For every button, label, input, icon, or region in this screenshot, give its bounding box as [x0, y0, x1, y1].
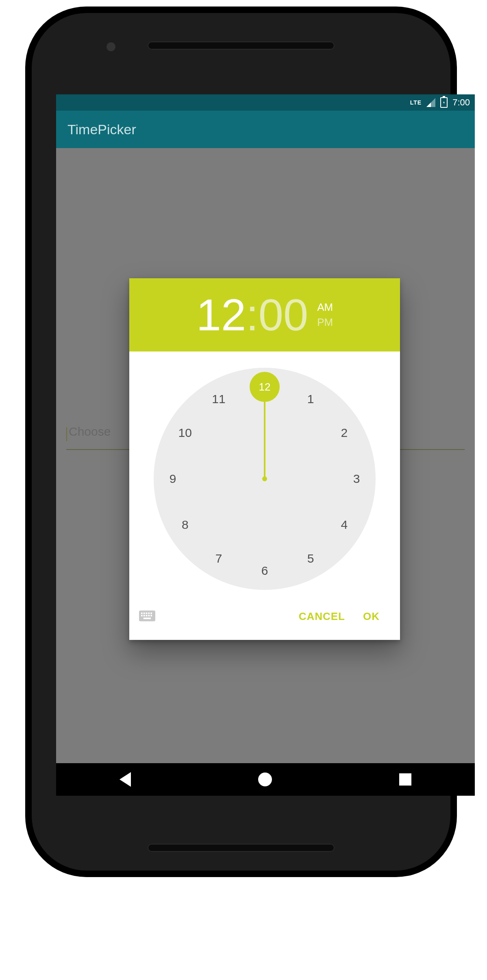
keyboard-icon[interactable] — [139, 610, 155, 624]
battery-charging-icon — [440, 97, 448, 108]
time-picker-dialog: 12 : 00 AM PM 12 — [129, 278, 400, 640]
time-colon: : — [246, 292, 259, 337]
nav-back-icon[interactable] — [120, 772, 131, 787]
am-option[interactable]: AM — [317, 301, 333, 314]
app-title: TimePicker — [67, 122, 136, 138]
cancel-button[interactable]: CANCEL — [290, 605, 354, 628]
front-camera — [107, 42, 115, 51]
keyboard-svg — [139, 610, 155, 622]
minute-display[interactable]: 00 — [259, 292, 308, 337]
status-time: 7:00 — [452, 97, 470, 108]
clock-center-dot — [262, 476, 267, 481]
bolt-icon — [442, 100, 446, 105]
status-bar: LTE 7:00 — [56, 94, 475, 111]
analog-clock[interactable]: 12 1234567891011 — [154, 368, 376, 590]
dialog-actions: CANCEL OK — [129, 598, 400, 640]
svg-rect-6 — [141, 615, 143, 616]
nav-home-icon[interactable] — [258, 773, 272, 786]
svg-rect-8 — [146, 615, 148, 616]
navigation-bar — [56, 763, 475, 796]
svg-rect-9 — [148, 615, 150, 616]
device-frame: LTE 7:00 TimePicker Choose 12 : — [25, 7, 457, 877]
clock-hour-11[interactable]: 11 — [209, 389, 229, 409]
clock-hour-12[interactable] — [254, 377, 275, 397]
signal-icon — [426, 98, 435, 107]
selected-time-display: 12 : 00 — [196, 292, 308, 337]
svg-rect-5 — [150, 612, 152, 614]
clock-hour-1[interactable]: 1 — [300, 389, 321, 409]
svg-rect-10 — [150, 615, 152, 616]
clock-hour-8[interactable]: 8 — [175, 515, 195, 535]
pm-option[interactable]: PM — [317, 316, 333, 329]
clock-hour-9[interactable]: 9 — [163, 469, 183, 489]
svg-rect-7 — [143, 615, 145, 616]
svg-rect-4 — [148, 612, 150, 614]
hour-display[interactable]: 12 — [196, 292, 246, 337]
blank-area — [0, 877, 487, 980]
ampm-toggle: AM PM — [317, 301, 333, 329]
screen: LTE 7:00 TimePicker Choose 12 : — [56, 94, 475, 796]
dialog-body: 12 1234567891011 — [129, 351, 400, 598]
chin-grille — [148, 844, 335, 852]
dialog-header: 12 : 00 AM PM — [129, 278, 400, 351]
clock-hour-5[interactable]: 5 — [300, 548, 321, 569]
clock-hour-7[interactable]: 7 — [209, 548, 229, 569]
svg-rect-11 — [143, 618, 151, 619]
clock-hour-3[interactable]: 3 — [346, 469, 367, 489]
clock-hour-10[interactable]: 10 — [175, 423, 195, 443]
network-label: LTE — [410, 99, 422, 106]
clock-hour-2[interactable]: 2 — [334, 423, 354, 443]
nav-recents-icon[interactable] — [399, 773, 411, 786]
app-bar: TimePicker — [56, 111, 475, 148]
svg-rect-2 — [143, 612, 145, 614]
ok-button[interactable]: OK — [354, 605, 389, 628]
svg-rect-1 — [141, 612, 143, 614]
clock-hour-4[interactable]: 4 — [334, 515, 354, 535]
earpiece — [148, 41, 335, 50]
app-content: Choose 12 : 00 AM PM — [56, 148, 475, 763]
svg-rect-3 — [146, 612, 148, 614]
clock-hour-6[interactable]: 6 — [254, 561, 275, 581]
